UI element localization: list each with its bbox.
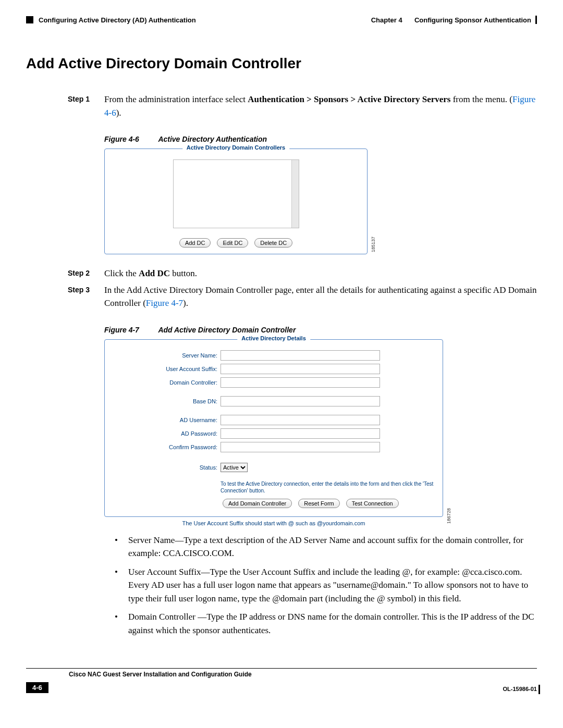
bullet-user-suffix: User Account Suffix—Type the User Accoun… [115, 565, 537, 606]
footer-bar-icon [538, 685, 540, 694]
input-server-name[interactable] [221, 350, 380, 361]
step-1-text-pre: From the administration interface select [104, 94, 248, 104]
input-base-dn[interactable] [221, 396, 380, 406]
label-confirm-password: Confirm Password: [113, 444, 221, 450]
input-user-suffix[interactable] [221, 364, 380, 374]
step-1-text-post: from the menu. ( [450, 94, 512, 104]
reset-form-button[interactable]: Reset Form [298, 499, 339, 508]
listbox-scrollbar[interactable] [291, 160, 299, 228]
bullet-server-name: Server Name—Type a text description of t… [115, 534, 537, 560]
select-status[interactable]: Active [221, 463, 248, 472]
add-domain-controller-button[interactable]: Add Domain Controller [223, 499, 292, 508]
label-domain-controller: Domain Controller: [113, 379, 221, 386]
step-1-bold: Authentication > Sponsors > Active Direc… [248, 94, 450, 104]
fig47-legend: Active Directory Details [237, 335, 310, 341]
step-3-text-post: ). [183, 298, 188, 308]
step-1-label: Step 1 [68, 93, 104, 119]
step-2-text-pre: Click the [104, 268, 139, 278]
label-base-dn: Base DN: [113, 398, 221, 404]
page-footer: Cisco NAC Guest Server Installation and … [26, 668, 537, 693]
step-3: Step 3 In the Add Active Directory Domai… [68, 283, 537, 310]
figure-4-6-title: Active Directory Authentication [158, 135, 267, 143]
label-ad-password: AD Password: [113, 430, 221, 437]
step-2-text-post: button. [170, 268, 197, 278]
figure-4-6-caption: Figure 4-6 Active Directory Authenticati… [104, 135, 537, 143]
fig46-side-number: 185137 [371, 237, 376, 252]
input-ad-password[interactable] [221, 428, 380, 439]
step-1: Step 1 From the administration interface… [68, 93, 537, 119]
header-chapter: Chapter 4 [371, 16, 402, 24]
label-user-suffix: User Account Suffix: [113, 366, 221, 372]
test-connection-button[interactable]: Test Connection [346, 499, 399, 508]
input-domain-controller[interactable] [221, 377, 380, 388]
step-3-link[interactable]: Figure 4-7 [146, 298, 183, 308]
label-server-name: Server Name: [113, 352, 221, 359]
fig47-footnote: The User Account Suffix should start wit… [104, 520, 443, 526]
fig47-helper-text: To test the Active Directory connection,… [221, 480, 434, 494]
label-status: Status: [113, 464, 221, 471]
step-1-text-end: ). [116, 108, 121, 118]
fig46-legend: Active Directory Domain Controllers [182, 144, 290, 151]
header-square-icon [26, 16, 33, 23]
step-2-label: Step 2 [68, 267, 104, 280]
add-dc-button[interactable]: Add DC [179, 238, 211, 248]
figure-4-6-num: Figure 4-6 [104, 135, 156, 143]
figure-4-7-num: Figure 4-7 [104, 326, 156, 334]
figure-4-7-caption: Figure 4-7 Add Active Directory Domain C… [104, 326, 537, 334]
step-3-label: Step 3 [68, 283, 104, 310]
dc-listbox[interactable] [173, 159, 299, 228]
header-left-text: Configuring Active Directory (AD) Authen… [39, 16, 196, 24]
figure-4-7: Active Directory Details Server Name: Us… [104, 339, 443, 526]
figure-4-7-title: Add Active Directory Domain Controller [158, 326, 296, 334]
input-ad-username[interactable] [221, 415, 380, 425]
delete-dc-button[interactable]: Delete DC [254, 238, 292, 248]
fig47-side-number: 186728 [446, 508, 451, 524]
header-right-text: Configuring Sponsor Authentication [414, 16, 531, 24]
header-bar-icon [535, 16, 537, 24]
edit-dc-button[interactable]: Edit DC [217, 238, 248, 248]
input-confirm-password[interactable] [221, 442, 380, 452]
bullet-list: Server Name—Type a text description of t… [115, 534, 537, 637]
footer-page-number: 4-6 [26, 682, 48, 693]
footer-doc-number: OL-15986-01 [503, 686, 537, 692]
figure-4-6: Active Directory Domain Controllers Add … [104, 149, 368, 254]
bullet-domain-controller: Domain Controller —Type the IP address o… [115, 610, 537, 637]
step-2-bold: Add DC [139, 268, 170, 278]
footer-guide-title: Cisco NAC Guest Server Installation and … [69, 671, 537, 678]
label-ad-username: AD Username: [113, 417, 221, 423]
page-title: Add Active Directory Domain Controller [26, 55, 537, 72]
step-2: Step 2 Click the Add DC button. [68, 267, 537, 280]
running-header: Configuring Active Directory (AD) Authen… [26, 16, 537, 24]
